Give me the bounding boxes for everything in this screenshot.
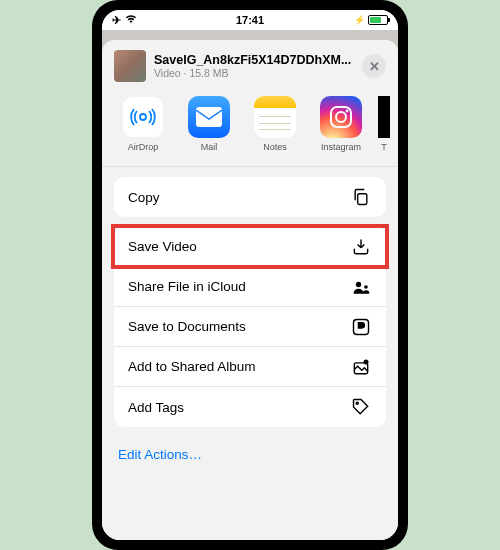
svg-rect-1 [196, 107, 222, 127]
file-thumbnail [114, 50, 146, 82]
file-text: SaveIG_An8kzFi5X14D7DDhXM... Video · 15.… [154, 53, 354, 79]
share-sheet: SaveIG_An8kzFi5X14D7DDhXM... Video · 15.… [102, 40, 398, 540]
documents-icon [350, 316, 372, 338]
close-icon: ✕ [369, 59, 380, 74]
share-target-notes[interactable]: Notes [246, 96, 304, 152]
svg-point-6 [356, 281, 361, 286]
file-header: SaveIG_An8kzFi5X14D7DDhXM... Video · 15.… [102, 50, 398, 90]
svg-rect-5 [358, 194, 367, 205]
status-time: 17:41 [236, 14, 264, 26]
screen-content: SaveIG_An8kzFi5X14D7DDhXM... Video · 15.… [102, 30, 398, 540]
share-target-airdrop[interactable]: AirDrop [114, 96, 172, 152]
screen: ✈ 17:41 ⚡ SaveIG_An8kzFi5X14D7DDhXM... V… [102, 10, 398, 540]
svg-point-3 [336, 112, 346, 122]
action-group-1: Copy [114, 177, 386, 217]
action-label: Add Tags [128, 400, 184, 415]
copy-icon [350, 186, 372, 208]
share-targets-row[interactable]: AirDrop Mail [102, 90, 398, 167]
edit-actions-link[interactable]: Edit Actions… [114, 437, 386, 472]
share-target-instagram[interactable]: Instagram [312, 96, 370, 152]
tag-icon [350, 396, 372, 418]
action-save-video[interactable]: Save Video [114, 227, 386, 267]
download-icon [350, 236, 372, 258]
share-target-more[interactable]: T [378, 96, 390, 152]
share-target-label: T [381, 142, 387, 152]
action-label: Save Video [128, 239, 197, 254]
action-add-shared-album[interactable]: Add to Shared Album [114, 347, 386, 387]
share-target-label: Instagram [321, 142, 361, 152]
share-target-label: Mail [201, 142, 218, 152]
action-label: Save to Documents [128, 319, 246, 334]
shared-album-icon [350, 356, 372, 378]
svg-point-4 [346, 110, 349, 113]
file-name: SaveIG_An8kzFi5X14D7DDhXM... [154, 53, 354, 67]
svg-point-10 [364, 359, 369, 364]
status-right: ⚡ [354, 15, 388, 25]
close-button[interactable]: ✕ [362, 54, 386, 78]
share-target-mail[interactable]: Mail [180, 96, 238, 152]
app-icon-truncated [378, 96, 390, 138]
instagram-icon [320, 96, 362, 138]
status-bar: ✈ 17:41 ⚡ [102, 10, 398, 30]
share-target-label: Notes [263, 142, 287, 152]
action-add-tags[interactable]: Add Tags [114, 387, 386, 427]
battery-icon [368, 15, 388, 25]
status-left: ✈ [112, 14, 137, 27]
svg-point-7 [364, 285, 368, 289]
phone-frame: ✈ 17:41 ⚡ SaveIG_An8kzFi5X14D7DDhXM... V… [92, 0, 408, 550]
wifi-icon [125, 14, 137, 26]
svg-point-11 [356, 402, 358, 404]
action-label: Share File in iCloud [128, 279, 246, 294]
airdrop-icon [122, 96, 164, 138]
action-share-icloud[interactable]: Share File in iCloud [114, 267, 386, 307]
file-meta: Video · 15.8 MB [154, 67, 354, 79]
share-target-label: AirDrop [128, 142, 159, 152]
icloud-share-icon [350, 276, 372, 298]
action-copy[interactable]: Copy [114, 177, 386, 217]
mail-icon [188, 96, 230, 138]
airplane-icon: ✈ [112, 14, 121, 27]
notes-icon [254, 96, 296, 138]
charging-icon: ⚡ [354, 15, 365, 25]
action-save-documents[interactable]: Save to Documents [114, 307, 386, 347]
action-label: Add to Shared Album [128, 359, 256, 374]
svg-rect-2 [331, 107, 351, 127]
action-group-2: Save Video Share File in iCloud Save to … [114, 227, 386, 427]
svg-point-0 [140, 114, 146, 120]
action-label: Copy [128, 190, 160, 205]
